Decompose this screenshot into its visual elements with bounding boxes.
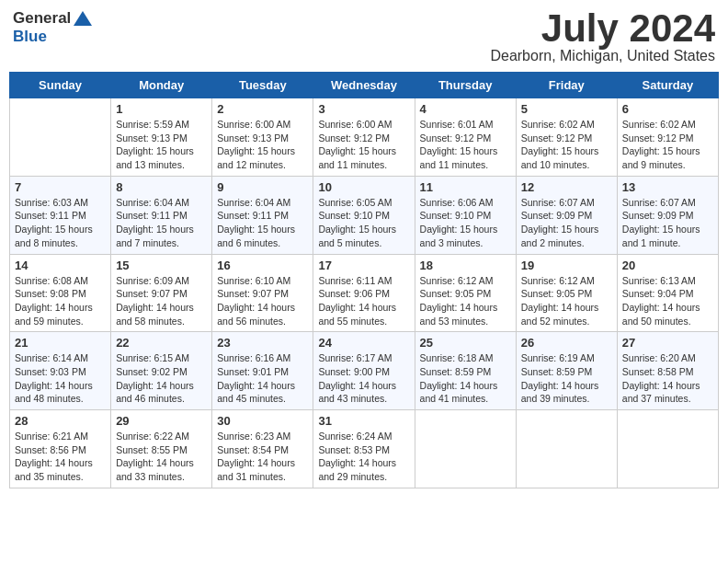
day-number: 5 [521,102,612,116]
calendar-cell: 14Sunrise: 6:08 AM Sunset: 9:08 PM Dayli… [10,254,111,332]
calendar-cell: 7Sunrise: 6:03 AM Sunset: 9:11 PM Daylig… [10,176,111,254]
day-info: Sunrise: 6:02 AM Sunset: 9:12 PM Dayligh… [622,118,713,172]
calendar-cell: 15Sunrise: 6:09 AM Sunset: 9:07 PM Dayli… [111,254,212,332]
day-info: Sunrise: 6:18 AM Sunset: 8:59 PM Dayligh… [420,351,511,406]
day-info: Sunrise: 6:21 AM Sunset: 8:56 PM Dayligh… [15,430,106,484]
day-info: Sunrise: 6:20 AM Sunset: 8:58 PM Dayligh… [622,351,713,406]
day-number: 20 [622,259,713,272]
day-number: 31 [318,414,409,428]
svg-marker-0 [74,11,92,26]
logo: General Blue [13,9,93,46]
day-number: 3 [318,102,409,116]
day-number: 9 [217,180,308,194]
calendar-cell: 4Sunrise: 6:01 AM Sunset: 9:12 PM Daylig… [415,98,516,177]
day-info: Sunrise: 6:14 AM Sunset: 9:03 PM Dayligh… [15,351,106,406]
day-info: Sunrise: 6:04 AM Sunset: 9:11 PM Dayligh… [116,196,207,250]
location-title: Dearborn, Michigan, United States [490,48,715,64]
calendar-week-5: 28Sunrise: 6:21 AM Sunset: 8:56 PM Dayli… [10,410,719,488]
day-number: 16 [217,259,308,272]
calendar-cell: 20Sunrise: 6:13 AM Sunset: 9:04 PM Dayli… [617,254,718,332]
day-number: 10 [318,180,409,194]
calendar-cell: 31Sunrise: 6:24 AM Sunset: 8:53 PM Dayli… [313,410,415,488]
day-number: 12 [521,180,612,194]
calendar-cell: 24Sunrise: 6:17 AM Sunset: 9:00 PM Dayli… [313,332,415,410]
calendar-cell: 5Sunrise: 6:02 AM Sunset: 9:12 PM Daylig… [516,98,617,177]
calendar-cell [617,410,718,488]
day-info: Sunrise: 6:11 AM Sunset: 9:06 PM Dayligh… [318,274,409,328]
day-number: 24 [318,336,409,350]
day-info: Sunrise: 6:22 AM Sunset: 8:55 PM Dayligh… [116,430,207,484]
day-number: 29 [116,414,207,428]
weekday-header-saturday: Saturday [617,73,718,98]
day-number: 17 [318,259,409,272]
calendar-cell: 29Sunrise: 6:22 AM Sunset: 8:55 PM Dayli… [111,410,212,488]
logo-icon [73,10,93,27]
day-number: 11 [420,180,511,194]
day-number: 13 [622,180,713,194]
calendar-cell: 30Sunrise: 6:23 AM Sunset: 8:54 PM Dayli… [212,410,313,488]
calendar-cell: 26Sunrise: 6:19 AM Sunset: 8:59 PM Dayli… [516,332,617,410]
day-info: Sunrise: 6:06 AM Sunset: 9:10 PM Dayligh… [420,196,511,250]
calendar-cell: 13Sunrise: 6:07 AM Sunset: 9:09 PM Dayli… [617,176,718,254]
day-number: 19 [521,259,612,272]
calendar-cell: 11Sunrise: 6:06 AM Sunset: 9:10 PM Dayli… [415,176,516,254]
calendar-cell: 18Sunrise: 6:12 AM Sunset: 9:05 PM Dayli… [415,254,516,332]
calendar-cell: 21Sunrise: 6:14 AM Sunset: 9:03 PM Dayli… [10,332,111,410]
weekday-header-sunday: Sunday [10,73,111,98]
weekday-row: SundayMondayTuesdayWednesdayThursdayFrid… [10,73,719,98]
calendar-cell: 27Sunrise: 6:20 AM Sunset: 8:58 PM Dayli… [617,332,718,410]
day-number: 26 [521,336,612,350]
logo-blue-text: Blue [13,28,47,45]
day-info: Sunrise: 6:16 AM Sunset: 9:01 PM Dayligh… [217,351,308,406]
day-number: 21 [15,336,106,350]
day-number: 14 [15,259,106,272]
day-info: Sunrise: 6:00 AM Sunset: 9:12 PM Dayligh… [318,118,409,172]
day-number: 8 [116,180,207,194]
logo-general-text: General [13,9,71,28]
calendar-week-3: 14Sunrise: 6:08 AM Sunset: 9:08 PM Dayli… [10,254,719,332]
day-number: 30 [217,414,308,428]
day-info: Sunrise: 6:10 AM Sunset: 9:07 PM Dayligh… [217,274,308,328]
day-number: 2 [217,102,308,116]
day-info: Sunrise: 6:05 AM Sunset: 9:10 PM Dayligh… [318,196,409,250]
month-title: July 2024 [490,9,715,48]
weekday-header-thursday: Thursday [415,73,516,98]
calendar-cell: 1Sunrise: 5:59 AM Sunset: 9:13 PM Daylig… [111,98,212,177]
day-info: Sunrise: 6:09 AM Sunset: 9:07 PM Dayligh… [116,274,207,328]
calendar-cell: 22Sunrise: 6:15 AM Sunset: 9:02 PM Dayli… [111,332,212,410]
calendar-cell [10,98,111,177]
day-info: Sunrise: 6:12 AM Sunset: 9:05 PM Dayligh… [420,274,511,328]
calendar-week-2: 7Sunrise: 6:03 AM Sunset: 9:11 PM Daylig… [10,176,719,254]
day-info: Sunrise: 6:17 AM Sunset: 9:00 PM Dayligh… [318,351,409,406]
header: General Blue July 2024 Dearborn, Michiga… [9,9,719,64]
calendar: SundayMondayTuesdayWednesdayThursdayFrid… [9,72,719,488]
day-info: Sunrise: 6:15 AM Sunset: 9:02 PM Dayligh… [116,351,207,406]
calendar-cell: 28Sunrise: 6:21 AM Sunset: 8:56 PM Dayli… [10,410,111,488]
day-info: Sunrise: 6:00 AM Sunset: 9:13 PM Dayligh… [217,118,308,172]
calendar-cell: 16Sunrise: 6:10 AM Sunset: 9:07 PM Dayli… [212,254,313,332]
weekday-header-monday: Monday [111,73,212,98]
day-info: Sunrise: 6:12 AM Sunset: 9:05 PM Dayligh… [521,274,612,328]
day-number: 6 [622,102,713,116]
calendar-cell: 12Sunrise: 6:07 AM Sunset: 9:09 PM Dayli… [516,176,617,254]
weekday-header-friday: Friday [516,73,617,98]
calendar-cell: 23Sunrise: 6:16 AM Sunset: 9:01 PM Dayli… [212,332,313,410]
weekday-header-tuesday: Tuesday [212,73,313,98]
calendar-cell: 2Sunrise: 6:00 AM Sunset: 9:13 PM Daylig… [212,98,313,177]
calendar-cell: 25Sunrise: 6:18 AM Sunset: 8:59 PM Dayli… [415,332,516,410]
day-info: Sunrise: 6:03 AM Sunset: 9:11 PM Dayligh… [15,196,106,250]
calendar-cell: 17Sunrise: 6:11 AM Sunset: 9:06 PM Dayli… [313,254,415,332]
title-area: July 2024 Dearborn, Michigan, United Sta… [490,9,715,64]
day-info: Sunrise: 6:02 AM Sunset: 9:12 PM Dayligh… [521,118,612,172]
day-info: Sunrise: 6:07 AM Sunset: 9:09 PM Dayligh… [622,196,713,250]
day-info: Sunrise: 6:04 AM Sunset: 9:11 PM Dayligh… [217,196,308,250]
calendar-cell: 8Sunrise: 6:04 AM Sunset: 9:11 PM Daylig… [111,176,212,254]
calendar-cell: 6Sunrise: 6:02 AM Sunset: 9:12 PM Daylig… [617,98,718,177]
calendar-cell [516,410,617,488]
day-info: Sunrise: 6:07 AM Sunset: 9:09 PM Dayligh… [521,196,612,250]
day-number: 1 [116,102,207,116]
day-number: 23 [217,336,308,350]
calendar-header: SundayMondayTuesdayWednesdayThursdayFrid… [10,73,719,98]
calendar-cell: 3Sunrise: 6:00 AM Sunset: 9:12 PM Daylig… [313,98,415,177]
day-info: Sunrise: 6:23 AM Sunset: 8:54 PM Dayligh… [217,430,308,484]
